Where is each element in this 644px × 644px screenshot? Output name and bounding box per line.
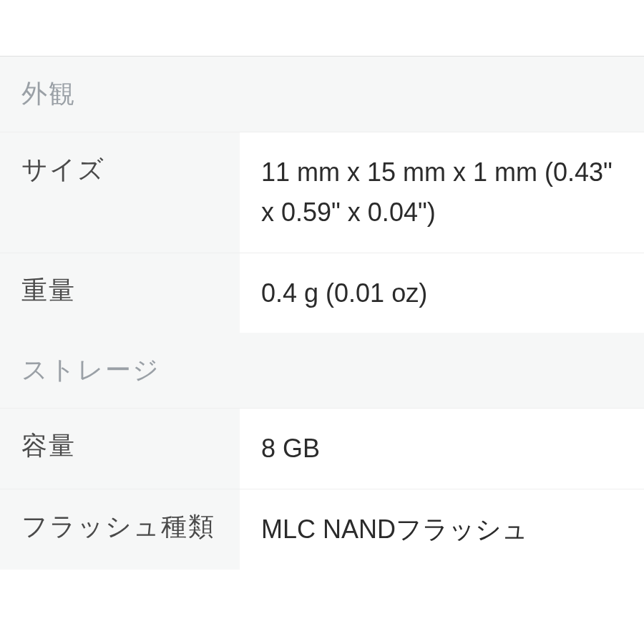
section-header-label: ストレージ	[0, 333, 644, 409]
spec-value-capacity: 8 GB	[240, 409, 644, 489]
section-header-storage: ストレージ	[0, 333, 644, 409]
spec-value-flash-type: MLC NANDフラッシュ	[240, 489, 644, 570]
table-row: サイズ 11 mm x 15 mm x 1 mm (0.43" x 0.59" …	[0, 132, 644, 253]
section-header-label: 外観	[0, 57, 644, 132]
spec-label-weight: 重量	[0, 253, 240, 333]
spec-label-size: サイズ	[0, 132, 240, 253]
section-header-appearance: 外観	[0, 57, 644, 132]
spec-table: 外観 サイズ 11 mm x 15 mm x 1 mm (0.43" x 0.5…	[0, 56, 644, 570]
table-row: 重量 0.4 g (0.01 oz)	[0, 253, 644, 333]
table-row: フラッシュ種類 MLC NANDフラッシュ	[0, 489, 644, 570]
table-row: 容量 8 GB	[0, 409, 644, 489]
spec-label-capacity: 容量	[0, 409, 240, 489]
spec-value-weight: 0.4 g (0.01 oz)	[240, 253, 644, 333]
spec-value-size: 11 mm x 15 mm x 1 mm (0.43" x 0.59" x 0.…	[240, 132, 644, 253]
spec-label-flash-type: フラッシュ種類	[0, 489, 240, 570]
